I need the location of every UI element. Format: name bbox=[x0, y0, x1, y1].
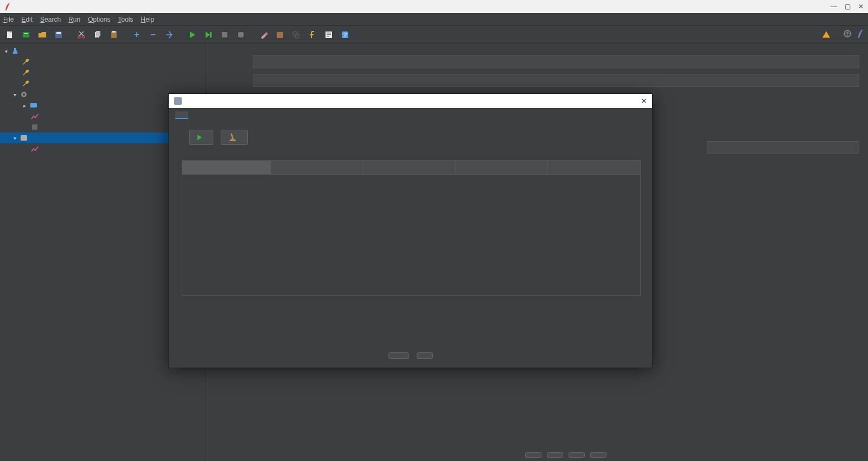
name-input[interactable] bbox=[253, 55, 859, 68]
menu-edit[interactable]: Edit bbox=[21, 16, 33, 23]
svg-point-6 bbox=[82, 36, 85, 38]
start-icon[interactable] bbox=[186, 28, 199, 41]
wrench-icon bbox=[22, 68, 30, 77]
menu-search[interactable]: Search bbox=[40, 16, 61, 23]
groups-up-button[interactable] bbox=[569, 452, 585, 458]
play-icon bbox=[197, 135, 202, 140]
wrench-icon bbox=[22, 58, 30, 66]
replay-recording-button[interactable] bbox=[189, 130, 213, 145]
svg-point-5 bbox=[78, 36, 80, 38]
window-titlebar: — ▢ ✕ bbox=[0, 0, 868, 13]
clear-suggestions-button[interactable] bbox=[221, 130, 248, 145]
col-obtained-from[interactable] bbox=[548, 161, 641, 174]
svg-rect-2 bbox=[24, 33, 28, 34]
clear-all-icon[interactable] bbox=[273, 28, 286, 41]
svg-rect-8 bbox=[96, 31, 100, 36]
recorder-icon bbox=[20, 134, 28, 142]
menu-tools[interactable]: Tools bbox=[118, 16, 133, 23]
svg-text:?: ? bbox=[343, 31, 347, 38]
toggle-icon[interactable] bbox=[163, 28, 176, 41]
tree-http-request-defaults[interactable] bbox=[0, 67, 206, 78]
svg-rect-13 bbox=[238, 32, 244, 37]
copy-icon[interactable] bbox=[91, 28, 104, 41]
svg-rect-12 bbox=[222, 32, 227, 37]
svg-rect-18 bbox=[327, 33, 331, 34]
col-used-on[interactable] bbox=[456, 161, 548, 174]
svg-rect-19 bbox=[327, 34, 331, 35]
debug-icon bbox=[30, 123, 39, 131]
groups-delete-button[interactable] bbox=[547, 452, 563, 458]
new-icon[interactable] bbox=[3, 28, 16, 41]
java-icon bbox=[174, 97, 182, 105]
warning-icon[interactable] bbox=[822, 31, 830, 38]
search-tree-icon[interactable] bbox=[290, 28, 303, 41]
correlation-wizard-dialog: ✕ bbox=[168, 93, 653, 368]
minimize-button[interactable]: — bbox=[831, 3, 837, 10]
feather-right-icon[interactable] bbox=[856, 29, 865, 40]
svg-rect-11 bbox=[210, 32, 212, 37]
broom-icon bbox=[229, 134, 237, 141]
paste-icon[interactable] bbox=[107, 28, 120, 41]
shutdown-icon[interactable] bbox=[234, 28, 247, 41]
dialog-titlebar: ✕ bbox=[169, 94, 652, 108]
svg-rect-14 bbox=[277, 32, 283, 38]
tree-http-cookie-manager[interactable] bbox=[0, 78, 206, 89]
tree-user-defined-variables[interactable] bbox=[0, 56, 206, 67]
svg-rect-20 bbox=[327, 36, 329, 37]
flask-icon bbox=[11, 47, 20, 55]
col-name[interactable] bbox=[363, 161, 456, 174]
wrench-icon bbox=[22, 79, 30, 88]
svg-rect-1 bbox=[23, 32, 29, 37]
clear-icon[interactable] bbox=[257, 28, 270, 41]
suggestions-table bbox=[182, 160, 641, 296]
table-header bbox=[182, 161, 640, 175]
cut-icon[interactable] bbox=[75, 28, 88, 41]
maximize-button[interactable]: ▢ bbox=[845, 3, 851, 10]
groups-row bbox=[520, 452, 607, 458]
menubar: File Edit Search Run Options Tools Help bbox=[0, 13, 868, 26]
svg-rect-27 bbox=[32, 124, 37, 130]
menu-file[interactable]: File bbox=[3, 16, 14, 23]
svg-rect-28 bbox=[21, 135, 27, 141]
save-icon[interactable] bbox=[52, 28, 65, 41]
svg-rect-4 bbox=[56, 32, 61, 34]
jmeter-logo-icon bbox=[4, 3, 11, 10]
tab-suggestions[interactable] bbox=[175, 111, 188, 119]
col-source[interactable] bbox=[271, 161, 363, 174]
plus-icon[interactable]: + bbox=[130, 28, 143, 41]
results-icon bbox=[30, 112, 39, 121]
save-correlation-rules-button[interactable] bbox=[417, 352, 433, 359]
gear-icon bbox=[20, 90, 28, 99]
groups-down-button[interactable] bbox=[590, 452, 607, 458]
svg-rect-10 bbox=[112, 31, 116, 33]
toolbar: + − ? bbox=[0, 26, 868, 43]
start-no-pause-icon[interactable] bbox=[202, 28, 215, 41]
open-icon[interactable] bbox=[36, 28, 49, 41]
minus-icon[interactable]: − bbox=[146, 28, 159, 41]
help-icon[interactable]: ? bbox=[339, 28, 352, 41]
menu-help[interactable]: Help bbox=[141, 16, 155, 23]
apply-button[interactable] bbox=[388, 352, 409, 359]
function-helper-icon[interactable] bbox=[306, 28, 319, 41]
svg-rect-26 bbox=[30, 103, 37, 108]
tree-test-plan[interactable] bbox=[0, 46, 206, 56]
col-select[interactable] bbox=[182, 161, 271, 174]
menu-run[interactable]: Run bbox=[68, 16, 80, 23]
svg-point-25 bbox=[23, 93, 25, 96]
groups-add-button[interactable] bbox=[525, 452, 541, 458]
report-icon[interactable] bbox=[322, 28, 335, 41]
comments-input[interactable] bbox=[253, 74, 859, 87]
menu-options[interactable]: Options bbox=[88, 16, 110, 23]
secondary-input[interactable] bbox=[707, 141, 859, 154]
dialog-close-button[interactable]: ✕ bbox=[641, 97, 647, 105]
results-icon bbox=[30, 144, 39, 153]
controller-icon bbox=[29, 101, 38, 110]
globe-icon[interactable] bbox=[843, 29, 852, 40]
close-button[interactable]: ✕ bbox=[858, 3, 864, 10]
templates-icon[interactable] bbox=[20, 28, 33, 41]
stop-icon[interactable] bbox=[218, 28, 231, 41]
